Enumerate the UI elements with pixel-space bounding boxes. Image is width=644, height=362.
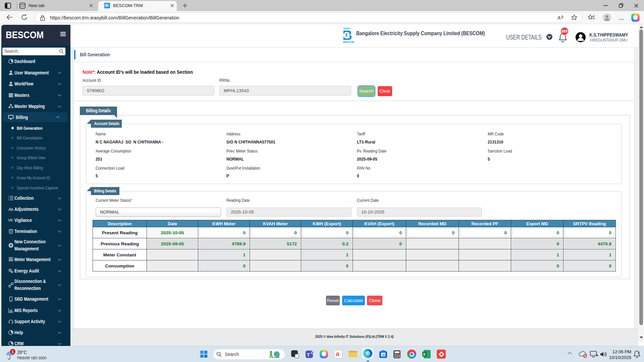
svg-text:A: A [557,15,561,20]
svg-text:BESCOM: BESCOM [343,41,354,43]
svg-text:VK: VK [8,218,13,222]
svg-text:z: z [638,351,639,354]
svg-text:A: A [11,208,14,212]
